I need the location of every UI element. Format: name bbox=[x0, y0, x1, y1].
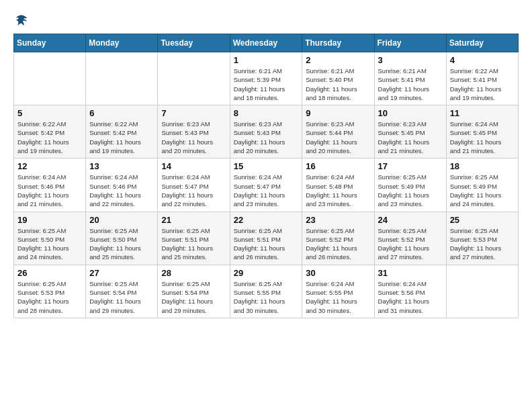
day-number: 29 bbox=[234, 268, 299, 278]
day-number: 13 bbox=[89, 161, 154, 171]
day-number: 30 bbox=[306, 268, 370, 278]
day-info: Sunrise: 6:22 AM Sunset: 5:41 PM Dayligh… bbox=[450, 66, 515, 102]
day-info: Sunrise: 6:24 AM Sunset: 5:46 PM Dayligh… bbox=[89, 173, 154, 208]
calendar-week-5: 26Sunrise: 6:25 AM Sunset: 5:53 PM Dayli… bbox=[14, 265, 519, 318]
day-number: 10 bbox=[378, 108, 443, 118]
calendar-cell: 10Sunrise: 6:23 AM Sunset: 5:45 PM Dayli… bbox=[374, 105, 446, 158]
page-header bbox=[13, 13, 519, 27]
calendar-cell: 17Sunrise: 6:25 AM Sunset: 5:49 PM Dayli… bbox=[374, 158, 446, 212]
day-info: Sunrise: 6:25 AM Sunset: 5:51 PM Dayligh… bbox=[161, 226, 226, 262]
day-number: 16 bbox=[306, 161, 370, 171]
day-info: Sunrise: 6:24 AM Sunset: 5:47 PM Dayligh… bbox=[234, 173, 299, 208]
day-number: 19 bbox=[17, 215, 82, 225]
calendar-cell: 20Sunrise: 6:25 AM Sunset: 5:50 PM Dayli… bbox=[86, 212, 158, 265]
day-info: Sunrise: 6:25 AM Sunset: 5:54 PM Dayligh… bbox=[89, 279, 154, 315]
day-info: Sunrise: 6:25 AM Sunset: 5:53 PM Dayligh… bbox=[17, 279, 82, 315]
day-info: Sunrise: 6:22 AM Sunset: 5:42 PM Dayligh… bbox=[17, 120, 82, 155]
day-number: 12 bbox=[17, 161, 82, 171]
day-info: Sunrise: 6:25 AM Sunset: 5:49 PM Dayligh… bbox=[450, 173, 515, 208]
calendar-cell: 16Sunrise: 6:24 AM Sunset: 5:48 PM Dayli… bbox=[302, 158, 374, 212]
day-info: Sunrise: 6:23 AM Sunset: 5:43 PM Dayligh… bbox=[234, 120, 299, 155]
calendar-week-2: 5Sunrise: 6:22 AM Sunset: 5:42 PM Daylig… bbox=[14, 105, 519, 158]
day-info: Sunrise: 6:24 AM Sunset: 5:56 PM Dayligh… bbox=[378, 279, 443, 315]
calendar-cell: 13Sunrise: 6:24 AM Sunset: 5:46 PM Dayli… bbox=[86, 158, 158, 212]
day-number: 7 bbox=[161, 108, 226, 118]
calendar-cell: 4Sunrise: 6:22 AM Sunset: 5:41 PM Daylig… bbox=[446, 52, 518, 105]
day-number: 25 bbox=[450, 215, 515, 225]
calendar-cell: 1Sunrise: 6:21 AM Sunset: 5:39 PM Daylig… bbox=[230, 52, 302, 105]
day-header-sunday: Sunday bbox=[14, 34, 86, 52]
day-number: 9 bbox=[306, 108, 370, 118]
day-number: 22 bbox=[234, 215, 299, 225]
day-number: 23 bbox=[306, 215, 370, 225]
day-number: 26 bbox=[17, 268, 82, 278]
calendar-cell: 5Sunrise: 6:22 AM Sunset: 5:42 PM Daylig… bbox=[14, 105, 86, 158]
day-number: 15 bbox=[234, 161, 299, 171]
day-number: 2 bbox=[306, 55, 370, 65]
day-header-saturday: Saturday bbox=[446, 34, 518, 52]
calendar-cell: 18Sunrise: 6:25 AM Sunset: 5:49 PM Dayli… bbox=[446, 158, 518, 212]
day-info: Sunrise: 6:25 AM Sunset: 5:52 PM Dayligh… bbox=[378, 226, 443, 262]
logo bbox=[13, 13, 30, 27]
calendar-cell: 9Sunrise: 6:23 AM Sunset: 5:44 PM Daylig… bbox=[302, 105, 374, 158]
day-info: Sunrise: 6:23 AM Sunset: 5:43 PM Dayligh… bbox=[161, 120, 226, 155]
day-number: 11 bbox=[450, 108, 515, 118]
calendar-cell: 12Sunrise: 6:24 AM Sunset: 5:46 PM Dayli… bbox=[14, 158, 86, 212]
day-info: Sunrise: 6:24 AM Sunset: 5:46 PM Dayligh… bbox=[17, 173, 82, 208]
calendar-cell: 6Sunrise: 6:22 AM Sunset: 5:42 PM Daylig… bbox=[86, 105, 158, 158]
calendar-cell: 8Sunrise: 6:23 AM Sunset: 5:43 PM Daylig… bbox=[230, 105, 302, 158]
day-info: Sunrise: 6:22 AM Sunset: 5:42 PM Dayligh… bbox=[89, 120, 154, 155]
day-number: 8 bbox=[234, 108, 299, 118]
day-info: Sunrise: 6:21 AM Sunset: 5:41 PM Dayligh… bbox=[378, 66, 443, 102]
day-info: Sunrise: 6:24 AM Sunset: 5:47 PM Dayligh… bbox=[161, 173, 226, 208]
calendar-cell: 31Sunrise: 6:24 AM Sunset: 5:56 PM Dayli… bbox=[374, 265, 446, 318]
day-header-thursday: Thursday bbox=[302, 34, 374, 52]
calendar-header-row: SundayMondayTuesdayWednesdayThursdayFrid… bbox=[14, 34, 519, 52]
calendar-cell: 25Sunrise: 6:25 AM Sunset: 5:53 PM Dayli… bbox=[446, 212, 518, 265]
day-info: Sunrise: 6:25 AM Sunset: 5:54 PM Dayligh… bbox=[161, 279, 226, 315]
day-info: Sunrise: 6:25 AM Sunset: 5:55 PM Dayligh… bbox=[234, 279, 299, 315]
calendar-cell bbox=[86, 52, 158, 105]
day-info: Sunrise: 6:21 AM Sunset: 5:40 PM Dayligh… bbox=[306, 66, 370, 102]
calendar-cell: 23Sunrise: 6:25 AM Sunset: 5:52 PM Dayli… bbox=[302, 212, 374, 265]
calendar-cell: 14Sunrise: 6:24 AM Sunset: 5:47 PM Dayli… bbox=[158, 158, 230, 212]
calendar-week-3: 12Sunrise: 6:24 AM Sunset: 5:46 PM Dayli… bbox=[14, 158, 519, 212]
day-header-tuesday: Tuesday bbox=[158, 34, 230, 52]
logo-bird-icon bbox=[15, 13, 28, 27]
day-info: Sunrise: 6:24 AM Sunset: 5:55 PM Dayligh… bbox=[306, 279, 370, 315]
day-info: Sunrise: 6:24 AM Sunset: 5:48 PM Dayligh… bbox=[306, 173, 370, 208]
day-header-wednesday: Wednesday bbox=[230, 34, 302, 52]
calendar-table: SundayMondayTuesdayWednesdayThursdayFrid… bbox=[13, 34, 519, 318]
calendar-cell: 26Sunrise: 6:25 AM Sunset: 5:53 PM Dayli… bbox=[14, 265, 86, 318]
calendar-cell: 30Sunrise: 6:24 AM Sunset: 5:55 PM Dayli… bbox=[302, 265, 374, 318]
day-header-monday: Monday bbox=[86, 34, 158, 52]
day-info: Sunrise: 6:23 AM Sunset: 5:45 PM Dayligh… bbox=[378, 120, 443, 155]
day-info: Sunrise: 6:25 AM Sunset: 5:52 PM Dayligh… bbox=[306, 226, 370, 262]
calendar-cell: 19Sunrise: 6:25 AM Sunset: 5:50 PM Dayli… bbox=[14, 212, 86, 265]
day-number: 20 bbox=[89, 215, 154, 225]
day-number: 5 bbox=[17, 108, 82, 118]
calendar-cell: 24Sunrise: 6:25 AM Sunset: 5:52 PM Dayli… bbox=[374, 212, 446, 265]
day-info: Sunrise: 6:21 AM Sunset: 5:39 PM Dayligh… bbox=[234, 66, 299, 102]
day-info: Sunrise: 6:23 AM Sunset: 5:44 PM Dayligh… bbox=[306, 120, 370, 155]
calendar-week-4: 19Sunrise: 6:25 AM Sunset: 5:50 PM Dayli… bbox=[14, 212, 519, 265]
day-number: 4 bbox=[450, 55, 515, 65]
day-number: 3 bbox=[378, 55, 443, 65]
calendar-cell bbox=[446, 265, 518, 318]
calendar-cell: 22Sunrise: 6:25 AM Sunset: 5:51 PM Dayli… bbox=[230, 212, 302, 265]
day-number: 28 bbox=[161, 268, 226, 278]
calendar-cell bbox=[158, 52, 230, 105]
day-number: 1 bbox=[234, 55, 299, 65]
day-number: 6 bbox=[89, 108, 154, 118]
day-info: Sunrise: 6:25 AM Sunset: 5:53 PM Dayligh… bbox=[450, 226, 515, 262]
calendar-week-1: 1Sunrise: 6:21 AM Sunset: 5:39 PM Daylig… bbox=[14, 52, 519, 105]
calendar-cell: 3Sunrise: 6:21 AM Sunset: 5:41 PM Daylig… bbox=[374, 52, 446, 105]
day-info: Sunrise: 6:24 AM Sunset: 5:45 PM Dayligh… bbox=[450, 120, 515, 155]
calendar-cell: 28Sunrise: 6:25 AM Sunset: 5:54 PM Dayli… bbox=[158, 265, 230, 318]
day-info: Sunrise: 6:25 AM Sunset: 5:50 PM Dayligh… bbox=[17, 226, 82, 262]
calendar-cell: 29Sunrise: 6:25 AM Sunset: 5:55 PM Dayli… bbox=[230, 265, 302, 318]
day-number: 14 bbox=[161, 161, 226, 171]
calendar-cell: 15Sunrise: 6:24 AM Sunset: 5:47 PM Dayli… bbox=[230, 158, 302, 212]
day-number: 31 bbox=[378, 268, 443, 278]
calendar-cell: 27Sunrise: 6:25 AM Sunset: 5:54 PM Dayli… bbox=[86, 265, 158, 318]
